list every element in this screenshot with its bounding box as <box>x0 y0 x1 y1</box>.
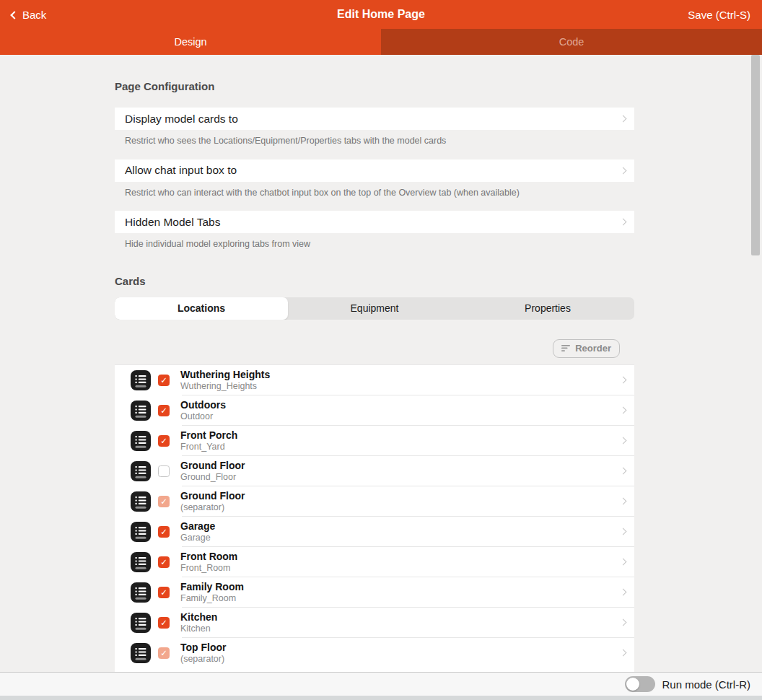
page-title: Edit Home Page <box>0 8 762 21</box>
config-row-description: Restrict who can interact with the chatb… <box>125 188 624 199</box>
chevron-right-icon <box>620 468 627 475</box>
segment-label: Locations <box>178 302 225 314</box>
card-list-item[interactable]: Garage Garage <box>115 517 634 547</box>
navbar: Back Edit Home Page Save (Ctrl-S) <box>0 0 762 29</box>
visibility-checkbox[interactable] <box>158 647 170 659</box>
footer-bar: Run mode (Ctrl-R) <box>0 672 762 696</box>
card-item-texts: Outdoors Outdoor <box>180 399 621 422</box>
card-item-title: Garage <box>180 520 621 532</box>
card-item-texts: Garage Garage <box>180 520 621 543</box>
scrollbar-thumb[interactable] <box>751 55 760 255</box>
config-item: Display model cards to Restrict who sees… <box>115 108 634 147</box>
visibility-checkbox[interactable] <box>158 375 170 386</box>
card-item-texts: Top Floor (separator) <box>180 642 621 665</box>
config-row[interactable]: Allow chat input box to <box>115 159 634 182</box>
list-card-icon <box>131 401 151 421</box>
card-item-subtitle: Family_Room <box>180 593 621 604</box>
chevron-right-icon <box>620 219 627 226</box>
config-row-label: Hidden Model Tabs <box>125 216 621 229</box>
list-card-icon <box>131 582 151 603</box>
chevron-right-icon <box>620 619 627 626</box>
card-item-texts: Ground Floor (separator) <box>180 490 621 513</box>
reorder-row: Reorder <box>115 339 634 358</box>
card-item-subtitle: Kitchen <box>180 624 621 634</box>
list-card-icon <box>131 643 151 663</box>
list-card-icon <box>131 552 151 572</box>
card-item-subtitle: (separator) <box>180 502 621 513</box>
chevron-right-icon <box>620 498 627 505</box>
chevron-right-icon <box>620 377 627 384</box>
list-card-icon <box>131 522 151 542</box>
card-list-item[interactable]: Outdoors Outdoor <box>115 395 634 426</box>
config-row-label: Allow chat input box to <box>125 164 621 177</box>
page-configuration-list: Display model cards to Restrict who sees… <box>115 108 634 250</box>
card-item-title: Wuthering Heights <box>180 369 621 380</box>
card-list-item[interactable]: Front Porch Front_Yard <box>115 426 634 456</box>
visibility-checkbox[interactable] <box>158 617 170 629</box>
list-card-icon <box>131 613 151 633</box>
content-column: Page Configuration Display model cards t… <box>115 55 634 672</box>
edit-home-page-window: Back Edit Home Page Save (Ctrl-S) Design… <box>0 0 762 700</box>
config-row-description: Restrict who sees the Locations/Equipmen… <box>125 136 624 147</box>
visibility-checkbox[interactable] <box>158 496 170 507</box>
chevron-right-icon <box>620 559 627 566</box>
section-heading-page-configuration: Page Configuration <box>115 55 634 92</box>
card-item-title: Outdoors <box>180 399 621 411</box>
chevron-right-icon <box>620 115 627 123</box>
card-item-subtitle: Garage <box>180 533 621 543</box>
card-list-item[interactable]: Ground Floor (separator) <box>115 486 634 517</box>
run-mode-toggle[interactable] <box>625 676 655 692</box>
window-bottom-strip <box>0 696 762 700</box>
card-item-title: Front Porch <box>180 429 621 441</box>
segment-button[interactable]: Equipment <box>288 297 461 320</box>
card-list-item[interactable]: Wuthering Heights Wuthering_Heights <box>115 365 634 395</box>
visibility-checkbox[interactable] <box>158 435 170 447</box>
card-list-item[interactable]: Kitchen Kitchen <box>115 608 634 638</box>
reorder-icon <box>561 344 571 352</box>
scrollbar[interactable] <box>749 55 762 672</box>
card-list-item[interactable]: Top Floor (separator) <box>115 638 634 668</box>
config-row-description: Hide individual model exploring tabs fro… <box>125 239 624 250</box>
reorder-label: Reorder <box>575 343 611 354</box>
card-list-item[interactable]: Front Room Front_Room <box>115 547 634 577</box>
config-row[interactable]: Hidden Model Tabs <box>115 211 634 233</box>
config-item: Hidden Model Tabs Hide individual model … <box>115 211 634 250</box>
card-item-title: Ground Floor <box>180 460 621 471</box>
save-button[interactable]: Save (Ctrl-S) <box>688 9 750 21</box>
config-row-label: Display model cards to <box>125 113 621 126</box>
card-item-texts: Front Porch Front_Yard <box>180 429 621 452</box>
card-item-subtitle: Ground_Floor <box>180 472 621 483</box>
card-list-item[interactable]: Family Room Family_Room <box>115 577 634 608</box>
card-list-item[interactable]: Ground Floor Ground_Floor <box>115 456 634 486</box>
visibility-checkbox[interactable] <box>158 587 170 598</box>
editor-tab[interactable]: Code <box>381 29 762 55</box>
card-item-title: Kitchen <box>180 611 621 623</box>
segment-label: Equipment <box>351 302 399 314</box>
card-item-texts: Wuthering Heights Wuthering_Heights <box>180 369 621 392</box>
visibility-checkbox[interactable] <box>158 526 170 538</box>
segment-button[interactable]: Properties <box>461 297 634 320</box>
card-item-texts: Kitchen Kitchen <box>180 611 621 634</box>
segment-button[interactable]: Locations <box>115 297 288 320</box>
back-button[interactable]: Back <box>12 9 46 21</box>
card-item-subtitle: Front_Yard <box>180 442 621 452</box>
visibility-checkbox[interactable] <box>158 465 170 477</box>
card-item-texts: Front Room Front_Room <box>180 551 621 574</box>
config-item: Allow chat input box to Restrict who can… <box>115 159 634 199</box>
list-card-icon <box>131 491 151 512</box>
tab-label: Code <box>559 36 584 48</box>
chevron-right-icon <box>620 649 627 657</box>
card-item-title: Ground Floor <box>180 490 621 502</box>
visibility-checkbox[interactable] <box>158 405 170 416</box>
list-card-icon <box>131 431 151 451</box>
reorder-button[interactable]: Reorder <box>553 339 620 358</box>
editor-tab[interactable]: Design <box>0 29 381 55</box>
cards-list: Wuthering Heights Wuthering_Heights <box>115 364 634 672</box>
visibility-checkbox[interactable] <box>158 556 170 568</box>
chevron-right-icon <box>620 437 627 445</box>
back-chevron-icon <box>10 11 18 19</box>
segment-label: Properties <box>525 302 571 314</box>
card-item-title: Front Room <box>180 551 621 562</box>
config-row[interactable]: Display model cards to <box>115 108 634 130</box>
run-mode-label: Run mode (Ctrl-R) <box>662 678 750 691</box>
